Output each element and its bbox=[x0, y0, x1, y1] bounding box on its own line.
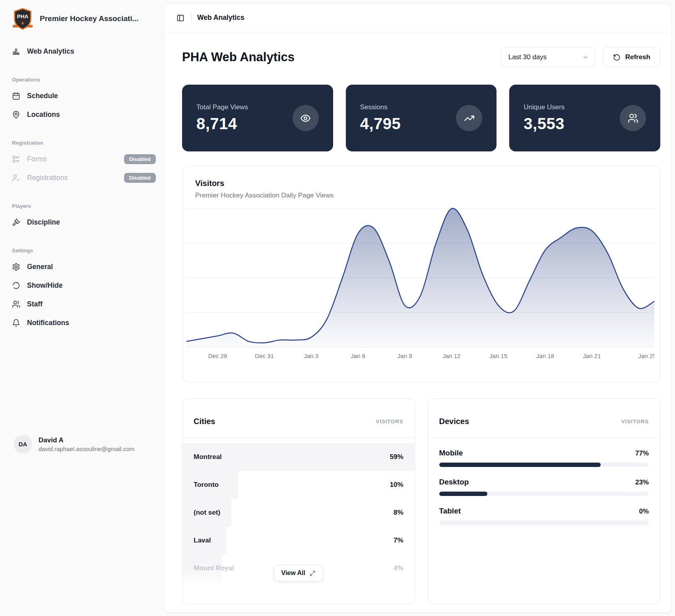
sidebar-item-label: Notifications bbox=[27, 319, 69, 327]
city-row-laval: Laval7% bbox=[182, 527, 415, 554]
main-panel: Web Analytics PHA Web Analytics Last 30 … bbox=[164, 3, 672, 613]
sidebar-item-notifications[interactable]: Notifications bbox=[12, 314, 156, 332]
sidebar-item-discipline[interactable]: Discipline bbox=[12, 213, 156, 232]
sidebar-item-staff[interactable]: Staff bbox=[12, 295, 156, 314]
sidebar-item-label: Locations bbox=[27, 110, 60, 119]
visitors-chart-card: Visitors Premier Hockey Association Dail… bbox=[182, 166, 660, 382]
sidebar-section-title: Operations bbox=[12, 77, 156, 83]
user-profile[interactable]: DA David A david.raphael.assouline@gmail… bbox=[0, 435, 164, 453]
device-name: Mobile bbox=[439, 449, 463, 457]
brand-name: Premier Hockey Associati... bbox=[40, 14, 139, 23]
devices-visitors-header: VISITORS bbox=[621, 418, 649, 424]
user-check-icon bbox=[12, 174, 20, 182]
refresh-button[interactable]: Refresh bbox=[603, 47, 660, 67]
device-value: 77% bbox=[635, 449, 649, 457]
svg-text:Jan 6: Jan 6 bbox=[351, 353, 365, 359]
device-value: 0% bbox=[639, 508, 649, 515]
visitors-area-chart: Dec 28Dec 31Jan 3Jan 6Jan 9Jan 12Jan 15J… bbox=[186, 206, 654, 362]
calendar-icon bbox=[12, 92, 20, 100]
device-row-desktop: Desktop23% bbox=[439, 478, 649, 496]
sidebar-item-label: Registrations bbox=[27, 174, 68, 182]
city-value: 59% bbox=[390, 453, 403, 461]
disabled-badge: Disabled bbox=[124, 154, 156, 164]
content: PHA Web Analytics Last 30 days Refresh T… bbox=[164, 47, 671, 604]
svg-text:Jan 9: Jan 9 bbox=[398, 353, 412, 359]
pha-logo-icon: PHA bbox=[11, 7, 34, 30]
sidebar-toggle-button[interactable] bbox=[173, 10, 188, 25]
sidebar-item-forms[interactable]: FormsDisabled bbox=[12, 150, 156, 169]
cities-visitors-header: VISITORS bbox=[376, 418, 403, 424]
expand-icon bbox=[310, 570, 316, 576]
device-progress-fill bbox=[439, 492, 487, 496]
view-all-button[interactable]: View All bbox=[274, 565, 323, 581]
stat-label: Total Page Views bbox=[196, 103, 248, 111]
sidebar-item-label: Staff bbox=[27, 300, 43, 308]
users-icon bbox=[620, 105, 646, 131]
sidebar-item-label: Forms bbox=[27, 155, 47, 163]
user-email: david.raphael.assouline@gmail.com bbox=[39, 446, 134, 452]
device-progress-track bbox=[439, 492, 649, 496]
bell-icon bbox=[12, 319, 20, 327]
cities-rows: Montreal59%Toronto10%(not set)8%Laval7%M… bbox=[182, 438, 415, 582]
stat-card-unique-users: Unique Users3,553 bbox=[509, 85, 660, 151]
panel-left-icon bbox=[177, 14, 184, 22]
sidebar-nav: Web AnalyticsOperationsScheduleLocations… bbox=[0, 42, 164, 332]
main-header: Web Analytics bbox=[164, 4, 671, 32]
city-name: Toronto bbox=[194, 481, 219, 489]
devices-rows: Mobile77%Desktop23%Tablet0% bbox=[428, 438, 660, 525]
city-value: 4% bbox=[394, 564, 403, 572]
city-row-not-set: (not set)8% bbox=[182, 499, 415, 527]
chart-subtitle: Premier Hockey Association Daily Page Vi… bbox=[195, 192, 646, 200]
stat-value: 4,795 bbox=[360, 115, 401, 133]
page-title: PHA Web Analytics bbox=[182, 50, 295, 64]
devices-card: Devices VISITORS Mobile77%Desktop23%Tabl… bbox=[428, 398, 661, 604]
city-value: 8% bbox=[394, 509, 403, 517]
sidebar-item-registrations[interactable]: RegistrationsDisabled bbox=[12, 169, 156, 187]
eye-icon bbox=[293, 105, 319, 131]
sidebar-item-locations[interactable]: Locations bbox=[12, 105, 156, 124]
stat-card-total-page-views: Total Page Views8,714 bbox=[182, 85, 333, 151]
device-name: Desktop bbox=[439, 478, 469, 486]
sidebar-item-label: Web Analytics bbox=[27, 47, 74, 56]
city-row-toronto: Toronto10% bbox=[182, 471, 415, 499]
stat-label: Sessions bbox=[360, 103, 401, 111]
sidebar-item-general[interactable]: General bbox=[12, 258, 156, 276]
device-name: Tablet bbox=[439, 507, 461, 515]
user-name: David A bbox=[39, 436, 134, 444]
stat-cards: Total Page Views8,714Sessions4,795Unique… bbox=[182, 85, 660, 151]
svg-text:Jan 3: Jan 3 bbox=[304, 353, 318, 359]
forms-icon bbox=[12, 155, 20, 163]
sidebar-item-web-analytics[interactable]: Web Analytics bbox=[12, 42, 156, 61]
sidebar-item-schedule[interactable]: Schedule bbox=[12, 87, 156, 105]
sidebar-section-title: Registration bbox=[12, 140, 156, 146]
device-row-mobile: Mobile77% bbox=[439, 449, 649, 467]
city-name: (not set) bbox=[194, 509, 220, 517]
stat-label: Unique Users bbox=[524, 103, 564, 111]
cities-card: Cities VISITORS Montreal59%Toronto10%(no… bbox=[182, 398, 415, 604]
cities-title: Cities bbox=[194, 417, 215, 426]
sidebar-item-show-hide[interactable]: Show/Hide bbox=[12, 276, 156, 295]
trending-up-icon bbox=[456, 105, 482, 131]
avatar: DA bbox=[14, 435, 32, 453]
city-row-montreal: Montreal59% bbox=[182, 443, 415, 471]
devices-title: Devices bbox=[439, 417, 469, 426]
svg-text:Dec 28: Dec 28 bbox=[208, 353, 227, 359]
sidebar-item-label: General bbox=[27, 263, 53, 271]
sidebar-section-title: Players bbox=[12, 203, 156, 209]
svg-text:PHA: PHA bbox=[17, 14, 29, 19]
stat-value: 3,553 bbox=[524, 115, 564, 133]
city-value: 7% bbox=[394, 537, 403, 544]
map-pin-icon bbox=[12, 110, 20, 119]
stat-card-sessions: Sessions4,795 bbox=[346, 85, 497, 151]
svg-text:Jan 12: Jan 12 bbox=[442, 353, 460, 359]
svg-text:Jan 21: Jan 21 bbox=[583, 353, 601, 359]
brand[interactable]: PHA Premier Hockey Associati... bbox=[0, 0, 164, 30]
disabled-badge: Disabled bbox=[124, 173, 156, 183]
refresh-icon bbox=[613, 54, 621, 61]
date-range-value: Last 30 days bbox=[508, 53, 547, 61]
date-range-select[interactable]: Last 30 days bbox=[501, 47, 595, 67]
gavel-icon bbox=[12, 218, 20, 227]
device-value: 23% bbox=[635, 478, 649, 486]
sidebar-item-label: Show/Hide bbox=[27, 281, 62, 290]
breadcrumb: Web Analytics bbox=[197, 14, 244, 22]
